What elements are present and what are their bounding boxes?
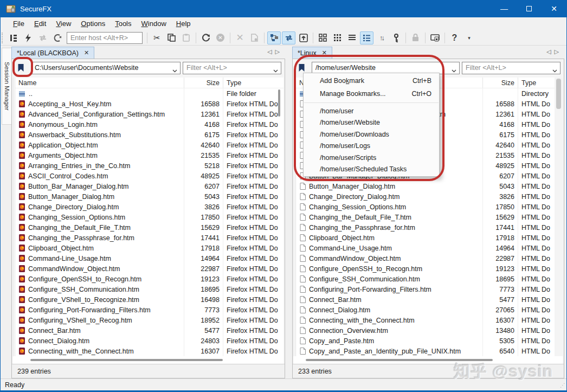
properties-icon[interactable] [248, 31, 261, 44]
tab-local[interactable]: *Local (BLACKBOA)✕ [11, 47, 94, 59]
remote-horizontal-scrollbar[interactable] [294, 356, 563, 364]
tree-view-icon[interactable] [267, 31, 281, 44]
tab-linux[interactable]: *Linux✕ [292, 47, 332, 59]
menubar-item[interactable]: Edit [29, 18, 51, 29]
refresh-icon[interactable] [199, 31, 212, 44]
table-row[interactable]: Connection_Overview.htm 13480 HTML Do [296, 325, 555, 336]
stop-icon[interactable]: ✕ [214, 31, 227, 44]
menu-item-bookmark-path[interactable]: /home/user/Scripts [304, 152, 439, 164]
remote-filter-combo[interactable]: Filter <Alt+L> [462, 62, 560, 74]
large-icons-icon[interactable] [316, 31, 330, 44]
table-row[interactable]: Configure_SSH_Communication.htm 18695 HT… [296, 274, 555, 284]
table-row[interactable]: Connect_Dialog.htm 24803 Firefox HTML Do [15, 336, 284, 346]
table-row[interactable]: Configure_SSH_Communication.htm 18695 Fi… [15, 284, 284, 294]
disconnect-icon[interactable] [50, 31, 64, 44]
minimize-button[interactable]: — [492, 0, 517, 17]
table-row[interactable]: ASCII_Control_Codes.htm 48925 Firefox HT… [15, 171, 284, 181]
resize-grip[interactable]: ⋰ [560, 382, 565, 388]
table-row[interactable]: Arranging_Entries_in_the_Co.htm 5218 Fir… [15, 160, 284, 171]
table-row[interactable]: Changing_the_Passphrase_for.htm 17441 HT… [296, 222, 555, 233]
toolbar-overflow-icon[interactable]: ▾ [462, 31, 476, 44]
session-manager-icon[interactable] [7, 31, 20, 44]
bookmark-icon[interactable] [14, 61, 28, 75]
maximize-button[interactable] [517, 0, 542, 17]
table-row[interactable]: Configuring_Port-Forwarding_Filters.htm … [296, 284, 555, 294]
table-row[interactable]: Configure_VShell_to_Recognize.htm 16498 … [15, 294, 284, 305]
table-row[interactable]: Command-Line_Usage.htm 14964 HTML Do [296, 243, 555, 253]
menubar-item[interactable]: File [8, 18, 29, 29]
lock-icon[interactable] [409, 31, 422, 44]
menubar-item[interactable]: Help [171, 18, 196, 29]
table-row[interactable]: Application_Object.htm 42640 Firefox HTM… [15, 140, 284, 150]
tab-scroll-arrows[interactable]: ◁▷ [546, 48, 562, 55]
table-row[interactable]: Anonymous_Login.htm 4168 Firefox HTML Do [15, 119, 284, 130]
table-row[interactable]: Changing_the_Default_File_T.htm 15629 Fi… [15, 222, 284, 233]
table-row[interactable]: Copy_and_Paste.htm 5305 HTML Do [296, 336, 555, 346]
table-row[interactable]: Changing_the_Passphrase_for.htm 17441 Fi… [15, 233, 284, 243]
quick-connect-bolt-icon[interactable] [21, 31, 35, 44]
details-view-icon[interactable] [360, 31, 373, 44]
menubar-item[interactable]: View [51, 18, 76, 29]
table-row[interactable]: .. File folder [15, 88, 284, 99]
table-row[interactable]: CommandWindow_Object.htm 22987 HTML Do [296, 253, 555, 264]
table-row[interactable]: Connect_Dialog.htm 27065 HTML Do [296, 305, 555, 315]
menubar-item[interactable]: Options [76, 18, 110, 29]
sort-icon[interactable]: ↑↓ [375, 31, 388, 44]
list-view-icon[interactable] [345, 31, 359, 44]
filter-key-icon[interactable] [389, 31, 403, 44]
table-row[interactable]: Changing_the_Default_File_T.htm 15629 HT… [296, 212, 555, 222]
remote-vertical-scrollbar[interactable] [555, 78, 563, 356]
firewall-icon[interactable] [428, 31, 442, 44]
transfer-up-icon[interactable] [297, 31, 310, 44]
table-row[interactable]: Connect_Bar.htm 5477 Firefox HTML Do [15, 325, 284, 336]
session-manager-tab[interactable]: Session Manager [2, 48, 12, 125]
tab-scroll-arrows[interactable]: ◁▷ [267, 48, 283, 55]
table-row[interactable]: Connecting_with_the_Connect.htm 16307 HT… [296, 315, 555, 325]
table-row[interactable]: Copy_and_Paste_an_Identity_pub_File_UNIX… [296, 346, 555, 356]
tab-close-icon[interactable]: ✕ [322, 49, 327, 56]
table-row[interactable]: Configure_OpenSSH_to_Recogn.htm 19123 HT… [296, 264, 555, 274]
column-header-name[interactable]: Name [15, 79, 184, 87]
copy-icon[interactable] [165, 31, 178, 44]
menu-item-bookmark-path[interactable]: /home/user [304, 105, 439, 117]
column-header-size[interactable]: Size [184, 78, 223, 88]
table-row[interactable]: Button_Manager_Dialog.htm 5043 HTML Do [296, 181, 555, 191]
synchronize-icon[interactable] [282, 31, 295, 44]
column-header-type[interactable]: Type [223, 78, 284, 88]
table-row[interactable]: Configuring_VShell_to_Recog.htm 18952 Fi… [15, 315, 284, 325]
table-row[interactable]: Answerback_Substitutions.htm 6175 Firefo… [15, 130, 284, 140]
table-row[interactable]: Connect_Bar.htm 5477 HTML Do [296, 294, 555, 305]
cut-icon[interactable]: ✂ [150, 31, 164, 44]
table-row[interactable]: Connecting_with_the_Connect.htm 16307 Fi… [15, 346, 284, 356]
column-header-type[interactable]: Type [518, 78, 555, 88]
local-filter-combo[interactable]: Filter <Alt+L> [183, 62, 281, 74]
table-row[interactable]: Clipboard_Object.htm 17918 Firefox HTML … [15, 243, 284, 253]
table-row[interactable]: Changing_Session_Options.htm 17850 Firef… [15, 212, 284, 222]
menu-item-bookmark-path[interactable]: /home/user/Downloads [304, 128, 439, 140]
table-row[interactable]: CommandWindow_Object.htm 22987 Firefox H… [15, 264, 284, 274]
column-header-size[interactable]: Size [482, 78, 518, 88]
small-icons-icon[interactable] [331, 31, 344, 44]
menu-item-add-bookmark[interactable]: Add Bookmark Ctrl+B [304, 74, 439, 87]
table-row[interactable]: Change_Directory_Dialog.htm 3826 HTML Do [296, 191, 555, 202]
table-row[interactable]: Advanced_Serial_Configuration_Settings.h… [15, 109, 284, 119]
local-horizontal-scrollbar[interactable] [13, 356, 284, 364]
paste-icon[interactable] [179, 31, 193, 44]
menu-item-bookmark-path[interactable]: /home/user/Logs [304, 140, 439, 152]
table-row[interactable]: Accepting_a_Host_Key.htm 16588 Firefox H… [15, 99, 284, 109]
help-icon[interactable]: ? [448, 31, 461, 44]
table-row[interactable]: Button_Manager_Dialog.htm 5043 Firefox H… [15, 191, 284, 202]
table-row[interactable]: Change_Directory_Dialog.htm 3826 Firefox… [15, 202, 284, 212]
menubar-item[interactable]: Window [137, 18, 171, 29]
table-row[interactable]: Configuring_Port-Forwarding_Filters.htm … [15, 305, 284, 315]
table-row[interactable]: Changing_Session_Options.htm 17850 HTML … [296, 202, 555, 212]
local-vertical-scrollbar[interactable] [278, 89, 280, 117]
delete-icon[interactable]: ✕ [233, 31, 247, 44]
table-row[interactable]: Command-Line_Usage.htm 14964 Firefox HTM… [15, 253, 284, 264]
menu-item-bookmark-path[interactable]: /home/user/Scheduled Tasks [304, 164, 439, 176]
host-input[interactable] [67, 32, 143, 44]
local-path-combo[interactable]: C:\Users\user\Documents\Website [31, 62, 181, 74]
table-row[interactable]: Arguments_Object.htm 21535 Firefox HTML … [15, 150, 284, 160]
table-row[interactable]: Button_Bar_Manager_Dialog.htm 6207 Firef… [15, 181, 284, 191]
table-row[interactable]: Clipboard_Object.htm 17918 HTML Do [296, 233, 555, 243]
